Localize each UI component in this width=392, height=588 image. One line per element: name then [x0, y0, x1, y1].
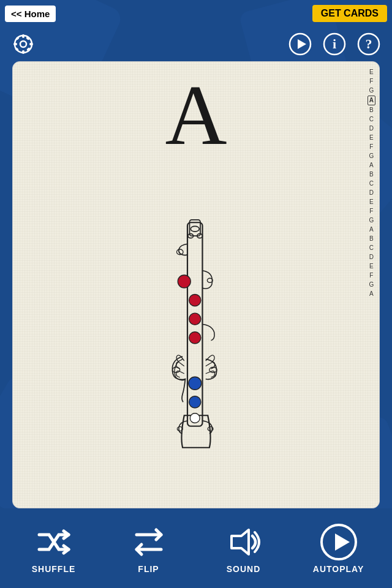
- sound-label: SOUND: [227, 564, 261, 574]
- svg-text:i: i: [333, 36, 336, 51]
- svg-point-18: [190, 226, 199, 232]
- shuffle-button[interactable]: SHUFFLE: [6, 522, 101, 574]
- header: << Home GET CARDS: [0, 0, 392, 27]
- note-index-item[interactable]: F: [368, 207, 374, 216]
- note-index-item[interactable]: E: [368, 134, 375, 142]
- note-index-item[interactable]: B: [368, 106, 375, 115]
- note-index-item[interactable]: C: [368, 244, 375, 252]
- note-index[interactable]: EFGABCDEFGABCDEFGABCDEFGA: [368, 68, 375, 502]
- note-index-item[interactable]: C: [368, 179, 375, 188]
- svg-point-22: [178, 275, 190, 288]
- autoplay-label: AUTOPLAY: [313, 564, 364, 574]
- flip-label: FLIP: [138, 564, 159, 574]
- toolbar: i ?: [0, 27, 392, 61]
- sound-button[interactable]: SOUND: [196, 522, 291, 574]
- note-index-item[interactable]: G: [368, 281, 375, 289]
- svg-rect-5: [29, 43, 33, 45]
- note-index-item[interactable]: G: [368, 86, 375, 95]
- note-index-item[interactable]: F: [368, 271, 374, 280]
- note-index-item[interactable]: A: [368, 225, 375, 234]
- note-index-item[interactable]: E: [368, 68, 375, 77]
- note-index-item[interactable]: B: [368, 170, 375, 179]
- svg-point-24: [189, 313, 201, 325]
- svg-marker-36: [335, 533, 350, 551]
- autoplay-button[interactable]: AUTOPLAY: [291, 522, 386, 574]
- info-button[interactable]: i: [321, 31, 348, 58]
- flip-button[interactable]: FLIP: [101, 522, 196, 574]
- note-index-item[interactable]: E: [368, 262, 375, 271]
- svg-rect-3: [22, 50, 24, 54]
- help-button[interactable]: ?: [355, 31, 382, 58]
- svg-point-23: [189, 295, 201, 306]
- bottom-toolbar: SHUFFLE FLIP SOUND AUTOPLAY: [0, 508, 392, 588]
- svg-point-30: [189, 396, 201, 408]
- svg-point-29: [189, 377, 202, 390]
- get-cards-button[interactable]: GET CARDS: [312, 5, 387, 22]
- play-button[interactable]: [287, 31, 314, 58]
- note-letter: A: [165, 68, 227, 162]
- svg-marker-11: [298, 39, 306, 49]
- note-index-item[interactable]: D: [368, 189, 375, 197]
- note-index-item[interactable]: F: [368, 77, 374, 86]
- svg-point-31: [190, 413, 200, 423]
- svg-rect-4: [13, 43, 17, 45]
- note-index-item[interactable]: G: [368, 152, 375, 160]
- note-index-item[interactable]: G: [368, 216, 375, 225]
- note-index-item[interactable]: E: [368, 198, 375, 206]
- note-index-item[interactable]: F: [368, 143, 374, 151]
- note-index-item[interactable]: D: [368, 253, 375, 262]
- svg-rect-7: [26, 47, 31, 51]
- flashcard[interactable]: A: [12, 61, 380, 508]
- svg-marker-34: [232, 530, 249, 554]
- note-index-item[interactable]: A: [368, 290, 375, 298]
- note-index-item[interactable]: C: [368, 115, 375, 124]
- clarinet-diagram: [147, 162, 245, 508]
- note-index-item[interactable]: D: [368, 124, 375, 133]
- shuffle-label: SHUFFLE: [32, 564, 76, 574]
- note-index-item[interactable]: B: [368, 235, 375, 243]
- settings-button[interactable]: [10, 31, 37, 58]
- svg-rect-2: [22, 34, 24, 38]
- note-index-item[interactable]: A: [368, 96, 375, 105]
- svg-point-1: [20, 41, 26, 47]
- svg-text:?: ?: [366, 36, 372, 51]
- home-button[interactable]: << Home: [5, 6, 56, 22]
- svg-point-25: [189, 332, 201, 344]
- note-index-item[interactable]: A: [368, 161, 375, 170]
